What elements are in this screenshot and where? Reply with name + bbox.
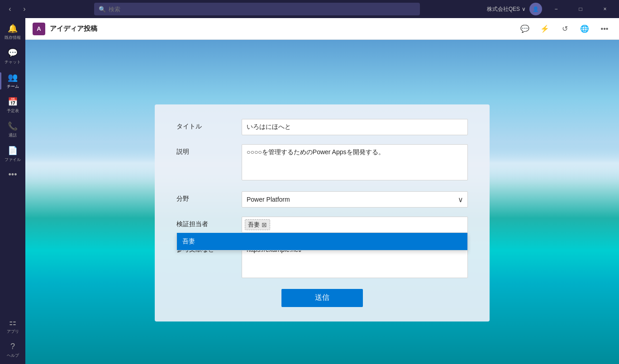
apps-icon: ⚏	[9, 317, 16, 327]
field-select-wrapper: Power Platform ∨	[242, 191, 468, 208]
avatar[interactable]: 👤	[529, 3, 542, 15]
description-label: 説明	[176, 144, 231, 156]
chat-icon: 💬	[8, 48, 18, 58]
sidebar: 🔔 既存情報 💬 チャット 👥 チーム 📅 予定表 📞 通話 📄 ファイル ••…	[0, 18, 25, 364]
field-row: 分野 Power Platform ∨	[176, 191, 468, 208]
calls-icon: 📞	[8, 121, 18, 131]
sidebar-item-teams[interactable]: 👥 チーム	[0, 69, 25, 93]
titlebar-nav: ‹ ›	[4, 3, 31, 15]
sidebar-label-calendar: 予定表	[7, 108, 19, 114]
title-label: タイトル	[176, 119, 231, 131]
sidebar-label-files: ファイル	[5, 157, 21, 163]
calendar-icon: 📅	[8, 97, 18, 107]
app-title: アイディア投稿	[50, 24, 518, 33]
verifier-field: 吾妻 ⊠ 吾妻	[242, 217, 468, 233]
titlebar-right: 株式会社QES ∨ 👤 − □ ×	[487, 2, 615, 16]
sidebar-item-calendar[interactable]: 📅 予定表	[0, 93, 25, 118]
search-bar[interactable]: 🔍	[94, 3, 420, 15]
back-button[interactable]: ‹	[4, 3, 16, 15]
activity-icon: 🔔	[8, 24, 18, 33]
teams-icon: 👥	[8, 72, 18, 82]
help-icon: ?	[10, 342, 15, 351]
sidebar-item-activity[interactable]: 🔔 既存情報	[0, 20, 25, 44]
minimize-button[interactable]: −	[546, 2, 567, 16]
description-textarea[interactable]	[242, 144, 468, 180]
app-header: A アイディア投稿 💬 ⚡ ↺ 🌐 •••	[25, 18, 619, 40]
description-row: 説明	[176, 144, 468, 182]
more-action-button[interactable]: •••	[597, 22, 612, 36]
title-input[interactable]	[242, 119, 468, 135]
tag-remove-button[interactable]: ⊠	[262, 222, 267, 228]
sidebar-item-more[interactable]: •••	[0, 166, 25, 183]
forward-button[interactable]: ›	[18, 3, 31, 15]
form-container: タイトル 説明 分野	[155, 104, 490, 321]
restore-button[interactable]: □	[570, 2, 591, 16]
sidebar-label-activity: 既存情報	[5, 35, 21, 41]
sidebar-item-apps[interactable]: ⚏ アプリ	[5, 314, 21, 338]
title-row: タイトル	[176, 119, 468, 135]
sidebar-item-calls[interactable]: 📞 通話	[0, 118, 25, 142]
dropdown-item-azuma[interactable]: 吾妻	[177, 233, 467, 250]
sidebar-label-help: ヘルプ	[7, 353, 19, 359]
verifier-dropdown: 吾妻	[176, 233, 468, 251]
sidebar-item-files[interactable]: 📄 ファイル	[0, 142, 25, 166]
sidebar-bottom: ⚏ アプリ ? ヘルプ	[5, 314, 21, 362]
sidebar-label-apps: アプリ	[7, 329, 19, 335]
search-input[interactable]	[109, 6, 415, 13]
sidebar-item-help[interactable]: ? ヘルプ	[5, 338, 21, 362]
submit-button[interactable]: 送信	[281, 289, 363, 307]
app-header-actions: 💬 ⚡ ↺ 🌐 •••	[518, 22, 612, 36]
submit-row: 送信	[176, 289, 468, 307]
sidebar-label-chat: チャット	[5, 59, 21, 65]
app-container: 🔔 既存情報 💬 チャット 👥 チーム 📅 予定表 📞 通話 📄 ファイル ••…	[0, 18, 619, 364]
select-wrapper: Power Platform ∨	[242, 191, 468, 208]
verifier-row: 検証担当者 吾妻 ⊠ 吾妻	[176, 217, 468, 233]
sidebar-label-calls: 通話	[9, 132, 17, 138]
lightning-action-button[interactable]: ⚡	[538, 22, 552, 36]
more-icon: •••	[9, 170, 17, 180]
field-select[interactable]: Power Platform	[242, 191, 468, 208]
title-field	[242, 119, 468, 135]
content-area: タイトル 説明 分野	[25, 40, 619, 364]
files-icon: 📄	[8, 146, 18, 156]
tag-input[interactable]: 吾妻 ⊠	[242, 217, 468, 233]
chat-action-button[interactable]: 💬	[518, 22, 532, 36]
search-icon: 🔍	[99, 6, 106, 13]
company-name: 株式会社QES ∨	[487, 5, 526, 13]
close-button[interactable]: ×	[595, 2, 615, 16]
main-area: A アイディア投稿 💬 ⚡ ↺ 🌐 ••• タイトル	[25, 18, 619, 364]
field-label: 分野	[176, 191, 231, 203]
titlebar: ‹ › 🔍 株式会社QES ∨ 👤 − □ ×	[0, 0, 619, 18]
verifier-label: 検証担当者	[176, 217, 231, 228]
sidebar-item-chat[interactable]: 💬 チャット	[0, 44, 25, 69]
app-logo: A	[33, 23, 45, 35]
globe-action-button[interactable]: 🌐	[577, 22, 592, 36]
description-field	[242, 144, 468, 182]
tag-text: 吾妻	[248, 221, 260, 229]
verifier-tag: 吾妻 ⊠	[245, 219, 270, 230]
refresh-action-button[interactable]: ↺	[557, 22, 572, 36]
sidebar-label-teams: チーム	[7, 84, 19, 90]
